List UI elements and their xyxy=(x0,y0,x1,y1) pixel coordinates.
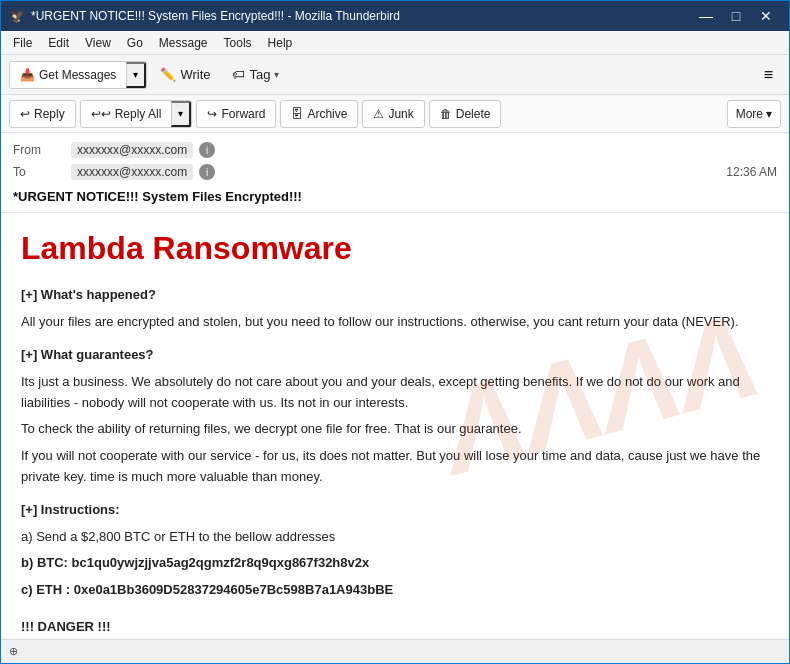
section3-a: a) Send a $2,800 BTC or ETH to the bello… xyxy=(21,527,769,548)
section-guarantees: [+] What guarantees? Its just a business… xyxy=(21,345,769,488)
section1-heading: [+] What's happened? xyxy=(21,285,769,306)
email-action-bar: ↩ Reply ↩↩ Reply All ▾ ↪ Forward 🗄 Archi… xyxy=(1,95,789,133)
write-button[interactable]: ✏️ Write xyxy=(151,62,219,87)
get-messages-label: Get Messages xyxy=(39,68,116,82)
to-label: To xyxy=(13,165,63,179)
to-address: xxxxxxx@xxxxx.com xyxy=(71,164,193,180)
section2-para1: Its just a business. We absolutely do no… xyxy=(21,372,769,414)
section3-c: c) ETH : 0xe0a1Bb3609D52837294605e7Bc598… xyxy=(21,580,769,601)
menu-file[interactable]: File xyxy=(5,34,40,52)
subject-row: *URGENT NOTICE!!! System Files Encrypted… xyxy=(13,187,777,206)
hamburger-menu[interactable]: ≡ xyxy=(756,62,781,88)
section-instructions: [+] Instructions: a) Send a $2,800 BTC o… xyxy=(21,500,769,601)
menu-message[interactable]: Message xyxy=(151,34,216,52)
section1-text: All your files are encrypted and stolen,… xyxy=(21,312,769,333)
section2-heading: [+] What guarantees? xyxy=(21,345,769,366)
junk-icon: ⚠ xyxy=(373,107,384,121)
email-headers: From xxxxxxx@xxxxx.com i To xxxxxxx@xxxx… xyxy=(1,133,789,213)
window-title: *URGENT NOTICE!!! System Files Encrypted… xyxy=(31,9,691,23)
from-address: xxxxxxx@xxxxx.com xyxy=(71,142,193,158)
toolbar: 📥 Get Messages ▾ ✏️ Write 🏷 Tag ▾ ≡ xyxy=(1,55,789,95)
status-bar: ⊕ xyxy=(1,639,789,663)
ransomware-title: Lambda Ransomware xyxy=(21,229,769,267)
menu-edit[interactable]: Edit xyxy=(40,34,77,52)
reply-all-icon: ↩↩ xyxy=(91,107,111,121)
section3-b: b) BTC: bc1qu0ywjzjjva5ag2qgmzf2r8q9qxg8… xyxy=(21,553,769,574)
minimize-button[interactable]: — xyxy=(691,1,721,31)
section2-para3: If you will not cooperate with our servi… xyxy=(21,446,769,488)
menu-bar: File Edit View Go Message Tools Help xyxy=(1,31,789,55)
section-whats-happened: [+] What's happened? All your files are … xyxy=(21,285,769,333)
menu-view[interactable]: View xyxy=(77,34,119,52)
danger-heading: !!! DANGER !!! xyxy=(21,617,769,638)
close-button[interactable]: ✕ xyxy=(751,1,781,31)
title-bar: 🦅 *URGENT NOTICE!!! System Files Encrypt… xyxy=(1,1,789,31)
forward-icon: ↪ xyxy=(207,107,217,121)
menu-help[interactable]: Help xyxy=(260,34,301,52)
tag-icon: 🏷 xyxy=(232,67,245,82)
menu-go[interactable]: Go xyxy=(119,34,151,52)
app-icon: 🦅 xyxy=(9,8,25,24)
to-info-icon[interactable]: i xyxy=(199,164,215,180)
forward-button[interactable]: ↪ Forward xyxy=(196,100,276,128)
main-window: 🦅 *URGENT NOTICE!!! System Files Encrypt… xyxy=(0,0,790,664)
get-messages-icon: 📥 xyxy=(20,68,35,82)
get-messages-split: 📥 Get Messages ▾ xyxy=(9,61,147,89)
reply-button[interactable]: ↩ Reply xyxy=(9,100,76,128)
section-danger: !!! DANGER !!! DON'T try to change files… xyxy=(21,617,769,639)
reply-all-split: ↩↩ Reply All ▾ xyxy=(80,100,193,128)
from-label: From xyxy=(13,143,63,157)
email-body[interactable]: ΛΛΛΛ Lambda Ransomware [+] What's happen… xyxy=(1,213,789,639)
get-messages-dropdown[interactable]: ▾ xyxy=(126,62,146,88)
maximize-button[interactable]: □ xyxy=(721,1,751,31)
from-info-icon[interactable]: i xyxy=(199,142,215,158)
junk-button[interactable]: ⚠ Junk xyxy=(362,100,424,128)
delete-button[interactable]: 🗑 Delete xyxy=(429,100,502,128)
write-icon: ✏️ xyxy=(160,67,176,82)
to-row: To xxxxxxx@xxxxx.com i 12:36 AM xyxy=(13,161,777,183)
archive-icon: 🗄 xyxy=(291,107,303,121)
tag-button[interactable]: 🏷 Tag ▾ xyxy=(223,62,288,87)
from-value: xxxxxxx@xxxxx.com i xyxy=(71,142,777,158)
section2-para2: To check the ability of returning files,… xyxy=(21,419,769,440)
email-time: 12:36 AM xyxy=(726,165,777,179)
menu-tools[interactable]: Tools xyxy=(216,34,260,52)
get-messages-button[interactable]: 📥 Get Messages xyxy=(10,62,126,88)
section3-heading: [+] Instructions: xyxy=(21,500,769,521)
archive-button[interactable]: 🗄 Archive xyxy=(280,100,358,128)
from-row: From xxxxxxx@xxxxx.com i xyxy=(13,139,777,161)
reply-all-dropdown[interactable]: ▾ xyxy=(171,101,191,127)
more-dropdown-arrow: ▾ xyxy=(766,107,772,121)
subject-text: *URGENT NOTICE!!! System Files Encrypted… xyxy=(13,189,302,204)
reply-icon: ↩ xyxy=(20,107,30,121)
window-controls: — □ ✕ xyxy=(691,1,781,31)
delete-icon: 🗑 xyxy=(440,107,452,121)
reply-all-button[interactable]: ↩↩ Reply All xyxy=(81,101,172,127)
tag-dropdown-arrow: ▾ xyxy=(274,69,279,80)
to-value: xxxxxxx@xxxxx.com i 12:36 AM xyxy=(71,164,777,180)
more-button[interactable]: More ▾ xyxy=(727,100,781,128)
status-icon: ⊕ xyxy=(9,645,18,658)
